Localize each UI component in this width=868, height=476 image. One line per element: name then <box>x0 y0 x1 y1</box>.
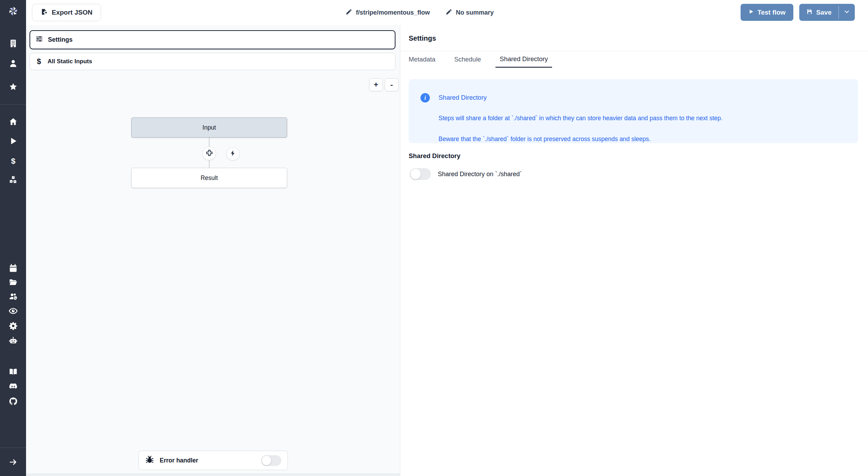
flow-settings-label: Settings <box>48 36 73 43</box>
export-json-button[interactable]: Export JSON <box>32 4 101 21</box>
settings-tabs: Metadata Schedule Shared Directory <box>404 51 552 68</box>
plus-cross-icon <box>206 149 213 158</box>
cubes-icon[interactable] <box>9 175 18 184</box>
play-icon <box>748 9 754 16</box>
home-icon[interactable] <box>9 117 18 126</box>
error-handler-label: Error handler <box>160 457 198 464</box>
add-trigger-button[interactable] <box>226 147 240 161</box>
input-node[interactable]: Input <box>131 117 287 138</box>
info-icon: i <box>420 93 430 102</box>
save-disk-icon <box>806 8 813 17</box>
save-button[interactable]: Save <box>799 4 838 21</box>
toggle-knob <box>410 169 421 179</box>
tab-metadata[interactable]: Metadata <box>404 51 440 68</box>
file-export-icon <box>41 8 48 17</box>
flow-summary-item[interactable]: No summary <box>445 8 494 17</box>
dollar-icon[interactable]: $ <box>9 156 18 165</box>
shared-directory-section-title: Shared Directory <box>409 152 460 160</box>
bug-icon <box>145 455 154 466</box>
play-icon[interactable] <box>9 137 18 146</box>
sidebar-divider <box>0 448 26 448</box>
toggle-knob <box>262 456 271 465</box>
save-dropdown-button[interactable] <box>839 4 855 21</box>
test-flow-button[interactable]: Test flow <box>741 4 793 21</box>
flow-path-item[interactable]: f/stripe/momentous_flow <box>345 8 430 17</box>
export-json-label: Export JSON <box>52 9 92 16</box>
flow-path-text: f/stripe/momentous_flow <box>356 9 430 16</box>
test-flow-label: Test flow <box>758 9 786 16</box>
sliders-icon <box>35 35 43 44</box>
add-step-button[interactable] <box>202 147 216 160</box>
settings-panel: Settings Metadata Schedule Shared Direct… <box>400 25 868 476</box>
shared-directory-info-box: i Shared Directory Steps will share a fo… <box>409 79 858 143</box>
save-label: Save <box>816 9 832 16</box>
flow-header: f/stripe/momentous_flow No summary <box>345 0 494 25</box>
edit-pencil-icon <box>445 8 452 17</box>
zoom-in-button[interactable]: + <box>369 78 383 91</box>
info-box-line2: Beware that the `./shared` folder is not… <box>439 136 651 143</box>
chevron-down-icon <box>843 8 850 17</box>
gear-icon[interactable] <box>9 321 18 330</box>
edit-pencil-icon <box>345 8 352 17</box>
result-node[interactable]: Result <box>131 168 287 188</box>
discord-icon[interactable] <box>9 382 18 391</box>
zoom-out-button[interactable]: - <box>385 78 399 91</box>
info-box-line1: Steps will share a folder at `./shared` … <box>439 115 723 122</box>
windmill-logo-icon[interactable] <box>8 6 19 18</box>
sidebar-divider <box>0 104 26 105</box>
shared-directory-toggle[interactable] <box>410 168 431 180</box>
flow-summary-text: No summary <box>456 9 494 16</box>
arrow-right-icon[interactable] <box>9 458 18 467</box>
flow-settings-item[interactable]: Settings <box>30 30 395 49</box>
eye-icon[interactable] <box>9 306 18 315</box>
all-static-inputs-item[interactable]: $ All Static Inputs <box>30 53 395 70</box>
error-handler-item[interactable]: Error handler <box>139 451 288 470</box>
calendar-icon[interactable] <box>9 264 18 273</box>
info-box-title: Shared Directory <box>439 94 487 101</box>
top-bar: Export JSON f/stripe/momentous_flow No s… <box>26 0 868 25</box>
flow-canvas[interactable]: Settings $ All Static Inputs + - Input R… <box>26 25 400 476</box>
tab-shared-directory[interactable]: Shared Directory <box>495 51 552 68</box>
shared-directory-toggle-label: Shared Directory on `./shared` <box>438 171 522 178</box>
github-icon[interactable] <box>9 397 18 406</box>
save-split-button: Save <box>799 4 855 21</box>
windmill-flow-editor: { "topbar": { "export_json": "Export JSO… <box>0 0 868 476</box>
user-icon[interactable] <box>9 59 18 68</box>
dollar-icon: $ <box>35 57 43 66</box>
all-static-inputs-label: All Static Inputs <box>48 58 92 65</box>
shared-directory-toggle-row: Shared Directory on `./shared` <box>410 168 522 180</box>
topbar-actions: Test flow Save <box>741 4 855 21</box>
tab-schedule[interactable]: Schedule <box>450 51 485 68</box>
star-icon[interactable] <box>9 82 18 91</box>
book-open-icon[interactable] <box>9 367 18 376</box>
svg-text:$: $ <box>11 156 15 165</box>
bolt-icon <box>229 150 236 158</box>
folder-open-icon[interactable] <box>9 278 18 287</box>
settings-panel-title: Settings <box>409 34 436 42</box>
robot-icon[interactable] <box>9 336 18 345</box>
users-gear-icon[interactable] <box>9 292 18 301</box>
error-handler-toggle[interactable] <box>261 455 281 466</box>
building-icon[interactable] <box>9 39 18 48</box>
canvas-bottom-scrollbar[interactable] <box>26 474 400 476</box>
left-sidebar: $ <box>0 0 26 476</box>
